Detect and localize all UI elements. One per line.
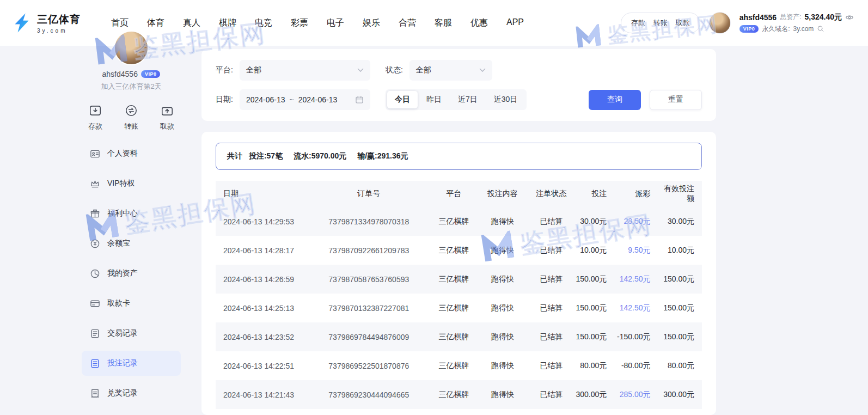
col-header-order: 订单号 (308, 181, 430, 207)
nav-item[interactable]: 真人 (183, 17, 200, 29)
cell-content: 跑得快 (478, 207, 527, 236)
transactions-icon (90, 328, 100, 339)
reward-icon (90, 388, 100, 399)
range-button[interactable]: 昨日 (419, 91, 449, 108)
pie-icon (90, 268, 100, 279)
table-header-row: 日期 订单号 平台 投注内容 注单状态 投注 派彩 有效投注额 (216, 181, 702, 207)
nav-item[interactable]: 电竞 (255, 17, 272, 29)
nav-item[interactable]: 娱乐 (363, 17, 380, 29)
cell-valid: 150.00元 (658, 322, 702, 351)
bet-records-table: 日期 订单号 平台 投注内容 注单状态 投注 派彩 有效投注额 (216, 181, 702, 409)
cell-order: 7379869522501870876 (308, 351, 430, 380)
range-button[interactable]: 近7日 (450, 91, 485, 108)
quick-action-deposit[interactable]: 存款 (88, 103, 102, 131)
platform-select[interactable]: 全部 (240, 60, 370, 81)
cell-bet: 80.00元 (576, 351, 614, 380)
date-range-input[interactable]: 2024-06-13 ~ 2024-06-13 (240, 89, 370, 110)
table-row: 2024-06-13 14:22:51 7379869522501870876 … (216, 351, 702, 380)
asset-value: 5,324.40元 (805, 13, 842, 22)
cell-date: 2024-06-13 14:29:53 (216, 207, 308, 236)
cell-date: 2024-06-13 14:22:51 (216, 351, 308, 380)
quick-action-label: 转账 (124, 121, 138, 131)
sidebar-item-assets[interactable]: 我的资产 (82, 261, 181, 286)
sidebar-item-transactions[interactable]: 交易记录 (82, 321, 181, 346)
wallet-action-link[interactable]: 转账 (653, 18, 668, 28)
chevron-down-icon (479, 68, 486, 72)
wallet-action-link[interactable]: 存款 (631, 18, 645, 28)
main-nav: 首页体育真人棋牌电竞彩票电子娱乐合营客服优惠APP (111, 17, 524, 29)
platform-label: 平台: (216, 65, 233, 75)
sidebar-item-profile[interactable]: 个人资料 (82, 141, 181, 166)
cell-platform: 三亿棋牌 (430, 236, 478, 265)
cell-date: 2024-06-13 14:23:52 (216, 322, 308, 351)
sidebar-item-withdraw-card[interactable]: 取款卡 (82, 291, 181, 316)
table-row: 2024-06-13 14:26:59 7379870587653760593 … (216, 265, 702, 294)
transfer-icon (124, 103, 138, 118)
main: 平台: 全部 状态: 全部 (201, 46, 716, 415)
wallet-actions-pill: 存款转账取款 (621, 13, 700, 33)
cell-platform: 三亿棋牌 (430, 380, 478, 409)
sidebar-item-vip[interactable]: VIP特权 (82, 171, 181, 196)
search-button[interactable]: 查询 (589, 90, 641, 110)
cell-status: 已结算 (527, 207, 576, 236)
search-icon[interactable] (817, 25, 824, 33)
reset-button[interactable]: 重置 (650, 90, 702, 110)
cell-valid: 80.00元 (658, 351, 702, 380)
platform-select-value: 全部 (246, 65, 261, 75)
col-header-date: 日期 (216, 181, 308, 207)
nav-item[interactable]: 合营 (399, 17, 416, 29)
sidebar-item-yuebao[interactable]: 余额宝 (82, 231, 181, 256)
cell-payout: 142.50元 (614, 265, 658, 294)
cell-status: 已结算 (527, 351, 576, 380)
gift-icon (90, 209, 100, 219)
vip-icon (90, 179, 100, 189)
profile-vip-badge: VIP0 (141, 70, 161, 78)
sidebar-item-bet-records[interactable]: 投注记录 (82, 351, 181, 376)
logo-title: 三亿体育 (37, 13, 81, 27)
cell-platform: 三亿棋牌 (430, 322, 478, 351)
nav-item[interactable]: 彩票 (291, 17, 308, 29)
cell-bet: 150.00元 (576, 294, 614, 322)
wallet-action-link[interactable]: 取款 (676, 18, 690, 28)
cell-date: 2024-06-13 14:25:13 (216, 294, 308, 322)
nav-item[interactable]: APP (506, 17, 524, 29)
cell-bet: 300.00元 (576, 380, 614, 409)
nav-item[interactable]: 棋牌 (219, 17, 236, 29)
eye-icon[interactable] (845, 13, 854, 22)
cell-bet: 30.00元 (576, 207, 614, 236)
cell-content: 跑得快 (478, 236, 527, 265)
cell-payout: 285.00元 (614, 380, 658, 409)
nav-item[interactable]: 优惠 (470, 17, 488, 29)
cell-platform: 三亿棋牌 (430, 351, 478, 380)
page: 三亿体育 3y.com 首页体育真人棋牌电竞彩票电子娱乐合营客服优惠APP 存款… (0, 0, 868, 415)
date-separator: ~ (290, 95, 294, 104)
cell-date: 2024-06-13 14:21:43 (216, 380, 308, 409)
cell-order: 7379870587653760593 (308, 265, 430, 294)
nav-item[interactable]: 客服 (435, 17, 452, 29)
cell-platform: 三亿棋牌 (430, 265, 478, 294)
join-text: 加入三亿体育第2天 (82, 82, 181, 91)
menu-label: 个人资料 (107, 149, 138, 158)
navbar-avatar[interactable] (709, 12, 731, 34)
profile-block: ahsfd4556 VIP0 加入三亿体育第2天 (82, 30, 181, 91)
status-select[interactable]: 全部 (409, 60, 492, 81)
content: ahsfd4556 VIP0 加入三亿体育第2天 存款 转账 (0, 46, 868, 415)
range-button[interactable]: 今日 (387, 91, 418, 108)
summary-bets: 投注:57笔 (249, 151, 283, 160)
cell-content: 跑得快 (478, 380, 527, 409)
range-button[interactable]: 近30日 (486, 91, 525, 108)
nav-item[interactable]: 体育 (147, 17, 164, 29)
sidebar-item-reward-records[interactable]: 兑奖记录 (82, 381, 181, 406)
cell-content: 跑得快 (478, 294, 527, 322)
quick-action-label: 存款 (88, 121, 102, 131)
cell-valid: 150.00元 (658, 294, 702, 322)
quick-action-transfer[interactable]: 转账 (124, 103, 138, 131)
sidebar-item-welfare[interactable]: 福利中心 (82, 201, 181, 226)
cell-status: 已结算 (527, 236, 576, 265)
nav-item[interactable]: 电子 (327, 17, 344, 29)
quick-action-withdraw[interactable]: 取款 (160, 103, 174, 131)
cell-bet: 10.00元 (576, 236, 614, 265)
nav-item[interactable]: 首页 (111, 17, 129, 29)
cell-payout: 9.50元 (614, 236, 658, 265)
menu-label: 我的资产 (107, 268, 138, 278)
